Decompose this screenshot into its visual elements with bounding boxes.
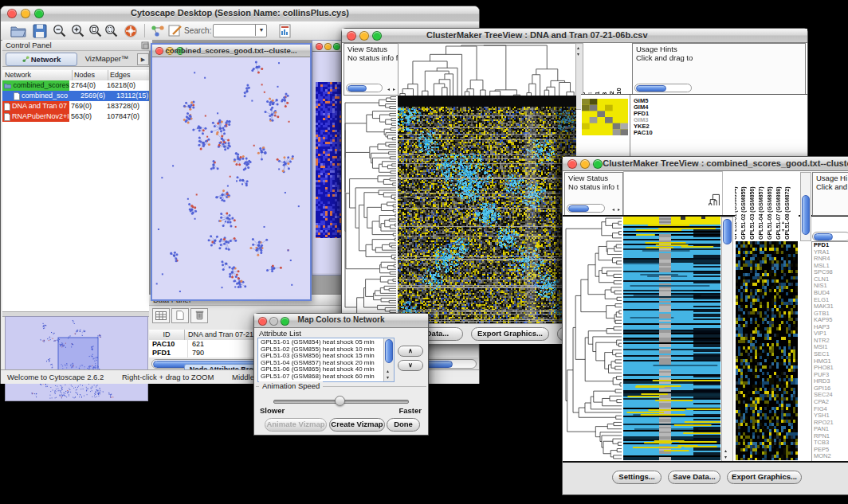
col-edges[interactable]: Edges xyxy=(108,70,149,80)
zoom-heatmap-canvas[interactable] xyxy=(736,241,798,460)
vscroll-thumb[interactable] xyxy=(385,339,393,363)
scroll-left-icon[interactable]: ◂ xyxy=(387,87,390,92)
search-dropdown-arrow-icon[interactable]: ▼ xyxy=(255,24,267,36)
heatmap-vscrollbar[interactable]: ▴ ▾ xyxy=(721,217,733,462)
scroll-right-icon[interactable]: ▸ xyxy=(618,207,620,212)
tab-overflow-button[interactable]: ▶ xyxy=(137,53,149,65)
frame2-close-button[interactable] xyxy=(316,43,323,50)
treeview1-titlebar[interactable]: ClusterMaker TreeView : DNA and Tran 07-… xyxy=(342,29,807,43)
control-panel-header: Control Panel xyxy=(2,40,152,51)
scroll-down-icon[interactable]: ▾ xyxy=(387,375,389,380)
frame2-zoom-button[interactable] xyxy=(333,43,340,50)
close-button[interactable] xyxy=(567,159,577,169)
network-list-row[interactable]: combined_sco2569(6)13112(15) xyxy=(2,91,149,101)
network-edges: 107847(0) xyxy=(105,111,149,122)
vscroll-thumb[interactable] xyxy=(723,219,732,244)
zoom-selected-icon[interactable] xyxy=(104,23,120,39)
tab-network[interactable]: Network xyxy=(6,53,77,66)
treeview2-titlebar[interactable]: ClusterMaker TreeView : combined_scores_… xyxy=(563,157,848,171)
zoom-in-icon[interactable] xyxy=(70,23,86,39)
similarity-heatmap-canvas[interactable] xyxy=(398,107,576,323)
tab-vizmapper[interactable]: VizMapper™ xyxy=(79,53,135,64)
move-down-button[interactable]: ∨ xyxy=(398,360,423,371)
usage-hints-panel: Usage Hints Click and drag to xyxy=(632,43,806,96)
scroll-left-icon[interactable]: ◂ xyxy=(612,207,614,212)
save-data-button[interactable]: Save Data... xyxy=(668,471,720,484)
network-frame-1[interactable]: combined_scores_good.txt--cluste... xyxy=(151,43,312,301)
slider-thumb[interactable] xyxy=(335,396,345,406)
global-heatmap-canvas[interactable] xyxy=(623,217,720,460)
help-lifesaver-icon[interactable] xyxy=(123,23,139,39)
gene-list-hscrollbar[interactable] xyxy=(812,232,848,241)
column-dendrogram-area xyxy=(623,171,723,217)
labels-vscrollbar[interactable] xyxy=(800,172,811,241)
main-titlebar[interactable]: Cytoscape Desktop (Session Name: collins… xyxy=(1,6,479,22)
frame2-minimize-button[interactable] xyxy=(324,43,332,50)
zoom-button[interactable] xyxy=(593,159,603,169)
attribute-listbox[interactable]: GPL51-01 (GSM854) heat shock 05 minGPL51… xyxy=(257,338,395,382)
mini-heatmap-canvas[interactable] xyxy=(582,99,628,135)
network-name: DNA and Tran 07 xyxy=(2,101,69,111)
gene-label[interactable]: MON2 xyxy=(812,453,848,460)
network-list-row[interactable]: RNAPuberNov2+I563(0)107847(0) xyxy=(2,111,149,122)
scroll-up-icon[interactable]: ▴ xyxy=(387,369,389,373)
table-mode-icon[interactable] xyxy=(152,308,170,323)
hscroll-thumb[interactable] xyxy=(636,85,666,92)
settings-button[interactable]: Settings... xyxy=(612,471,662,484)
dialog-titlebar[interactable]: Map Colors to Network xyxy=(254,314,428,328)
heatmap-top-band xyxy=(398,96,576,107)
minimize-button[interactable] xyxy=(580,159,590,169)
network-list-row[interactable]: DNA and Tran 07769(0)183728(0) xyxy=(2,101,149,111)
col-id[interactable]: ID xyxy=(149,330,185,340)
column-label: GPL51-06 (GSM865) xyxy=(767,186,773,240)
network-overview-canvas[interactable] xyxy=(5,316,148,401)
scroll-up-icon[interactable]: ▴ xyxy=(577,45,579,50)
row-dendrogram-canvas[interactable] xyxy=(344,96,396,323)
create-vizmap-button[interactable]: Create Vizmap xyxy=(329,418,385,432)
open-file-icon[interactable] xyxy=(10,23,26,39)
done-button[interactable]: Done xyxy=(387,418,420,432)
view-status-text: No status info t xyxy=(565,182,622,191)
usage-hints-hscrollbar[interactable] xyxy=(634,84,692,92)
zoom-out-icon[interactable] xyxy=(52,23,68,39)
hscroll-thumb[interactable] xyxy=(347,85,367,92)
zoom-button[interactable] xyxy=(372,31,382,41)
export-graphics-button[interactable]: Export Graphics... xyxy=(471,327,549,341)
row-dendrogram-canvas[interactable] xyxy=(564,217,622,460)
report-icon[interactable] xyxy=(277,23,293,39)
new-attribute-icon[interactable] xyxy=(171,308,189,323)
vscroll-thumb[interactable] xyxy=(802,195,810,235)
save-icon[interactable] xyxy=(32,23,48,39)
col-nodes[interactable]: Nodes xyxy=(73,70,108,80)
hscroll-thumb[interactable] xyxy=(814,233,833,240)
col-network[interactable]: Network xyxy=(2,70,73,80)
view-status-hscrollbar[interactable] xyxy=(567,204,605,213)
zoom-fit-page-icon[interactable] xyxy=(88,23,104,39)
network-view-canvas[interactable] xyxy=(152,57,307,296)
network-name: combined_sco xyxy=(2,91,79,101)
minimize-button[interactable] xyxy=(359,31,369,41)
control-panel-title: Control Panel xyxy=(6,41,52,49)
close-button[interactable] xyxy=(347,31,356,41)
control-panel: Control Panel Network VizMapper™ ▶ Netwo… xyxy=(2,40,150,369)
move-up-button[interactable]: ∧ xyxy=(398,346,423,357)
delete-attribute-trash-icon[interactable] xyxy=(190,308,208,323)
hscroll-thumb[interactable] xyxy=(568,205,589,212)
network-list-row[interactable]: combined_scores2764(0)16218(0) xyxy=(2,80,149,91)
scroll-down-icon[interactable]: ▾ xyxy=(724,455,727,459)
view-status-hscrollbar[interactable] xyxy=(346,84,383,92)
animate-vizmap-button[interactable]: Animate Vizmap xyxy=(265,418,327,432)
treeview-window-combined: ClusterMaker TreeView : combined_scores_… xyxy=(562,156,848,495)
column-label: GPL51-08 (GSM872) xyxy=(784,186,791,240)
attribute-list-item[interactable]: GPL51-07 (GSM868) heat shock 60 min xyxy=(258,373,394,381)
network-edges: 183728(0) xyxy=(105,101,149,111)
treeview2-column-labels: ▴ ▾ GPL51-01 (GSM854)GPL51-02 (GSM855)GP… xyxy=(735,172,799,240)
scroll-down-icon[interactable]: ▾ xyxy=(577,52,579,57)
network-name: RNAPuberNov2+I xyxy=(2,111,69,122)
scroll-up-icon[interactable]: ▴ xyxy=(724,448,727,453)
scroll-right-icon[interactable]: ▸ xyxy=(393,87,395,92)
network-mini-icon[interactable] xyxy=(150,23,166,39)
annotation-icon[interactable] xyxy=(167,23,183,39)
export-graphics-button[interactable]: Export Graphics... xyxy=(727,471,802,484)
attribute-list-vscrollbar[interactable]: ▴ ▾ xyxy=(383,338,394,381)
